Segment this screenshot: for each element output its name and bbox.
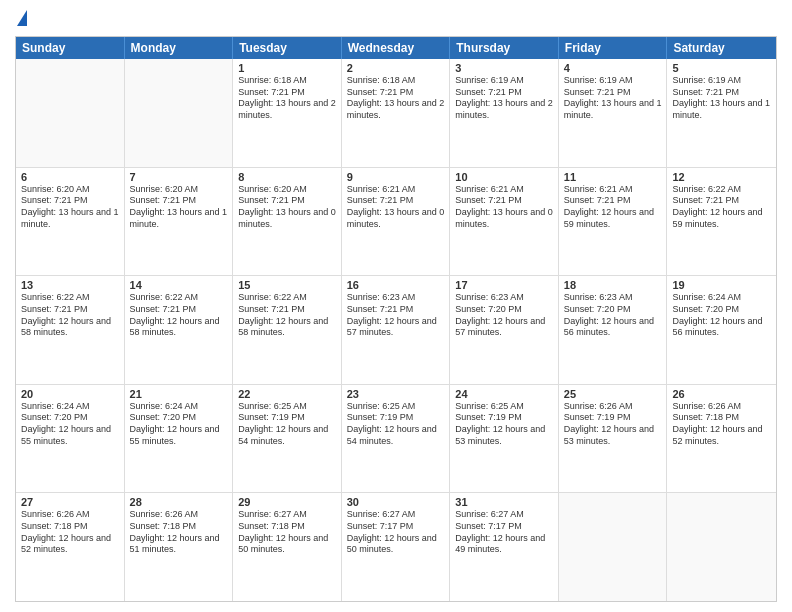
calendar-cell: 2Sunrise: 6:18 AM Sunset: 7:21 PM Daylig… (342, 59, 451, 167)
calendar-cell: 21Sunrise: 6:24 AM Sunset: 7:20 PM Dayli… (125, 385, 234, 493)
day-number: 24 (455, 388, 553, 400)
calendar-header: SundayMondayTuesdayWednesdayThursdayFrid… (16, 37, 776, 59)
day-number: 8 (238, 171, 336, 183)
day-number: 11 (564, 171, 662, 183)
day-number: 14 (130, 279, 228, 291)
cell-info: Sunrise: 6:20 AM Sunset: 7:21 PM Dayligh… (130, 184, 228, 231)
calendar-cell: 6Sunrise: 6:20 AM Sunset: 7:21 PM Daylig… (16, 168, 125, 276)
cell-info: Sunrise: 6:22 AM Sunset: 7:21 PM Dayligh… (130, 292, 228, 339)
calendar: SundayMondayTuesdayWednesdayThursdayFrid… (15, 36, 777, 602)
calendar-cell: 29Sunrise: 6:27 AM Sunset: 7:18 PM Dayli… (233, 493, 342, 601)
cell-info: Sunrise: 6:19 AM Sunset: 7:21 PM Dayligh… (564, 75, 662, 122)
cell-info: Sunrise: 6:26 AM Sunset: 7:18 PM Dayligh… (130, 509, 228, 556)
calendar-cell: 30Sunrise: 6:27 AM Sunset: 7:17 PM Dayli… (342, 493, 451, 601)
calendar-cell: 1Sunrise: 6:18 AM Sunset: 7:21 PM Daylig… (233, 59, 342, 167)
day-number: 23 (347, 388, 445, 400)
day-number: 7 (130, 171, 228, 183)
calendar-row: 13Sunrise: 6:22 AM Sunset: 7:21 PM Dayli… (16, 276, 776, 385)
day-number: 28 (130, 496, 228, 508)
cell-info: Sunrise: 6:21 AM Sunset: 7:21 PM Dayligh… (564, 184, 662, 231)
calendar-cell: 7Sunrise: 6:20 AM Sunset: 7:21 PM Daylig… (125, 168, 234, 276)
cell-info: Sunrise: 6:18 AM Sunset: 7:21 PM Dayligh… (238, 75, 336, 122)
cell-info: Sunrise: 6:22 AM Sunset: 7:21 PM Dayligh… (672, 184, 771, 231)
calendar-row: 20Sunrise: 6:24 AM Sunset: 7:20 PM Dayli… (16, 385, 776, 494)
day-number: 29 (238, 496, 336, 508)
calendar-cell: 15Sunrise: 6:22 AM Sunset: 7:21 PM Dayli… (233, 276, 342, 384)
day-number: 19 (672, 279, 771, 291)
day-number: 17 (455, 279, 553, 291)
calendar-cell: 13Sunrise: 6:22 AM Sunset: 7:21 PM Dayli… (16, 276, 125, 384)
cell-info: Sunrise: 6:26 AM Sunset: 7:19 PM Dayligh… (564, 401, 662, 448)
day-number: 2 (347, 62, 445, 74)
page: SundayMondayTuesdayWednesdayThursdayFrid… (0, 0, 792, 612)
logo-triangle-icon (17, 10, 27, 26)
day-number: 21 (130, 388, 228, 400)
calendar-cell: 18Sunrise: 6:23 AM Sunset: 7:20 PM Dayli… (559, 276, 668, 384)
cell-info: Sunrise: 6:24 AM Sunset: 7:20 PM Dayligh… (130, 401, 228, 448)
calendar-cell: 26Sunrise: 6:26 AM Sunset: 7:18 PM Dayli… (667, 385, 776, 493)
cell-info: Sunrise: 6:27 AM Sunset: 7:17 PM Dayligh… (347, 509, 445, 556)
calendar-cell: 24Sunrise: 6:25 AM Sunset: 7:19 PM Dayli… (450, 385, 559, 493)
day-number: 22 (238, 388, 336, 400)
day-number: 26 (672, 388, 771, 400)
calendar-cell: 20Sunrise: 6:24 AM Sunset: 7:20 PM Dayli… (16, 385, 125, 493)
day-number: 25 (564, 388, 662, 400)
day-number: 6 (21, 171, 119, 183)
calendar-cell: 17Sunrise: 6:23 AM Sunset: 7:20 PM Dayli… (450, 276, 559, 384)
calendar-cell: 28Sunrise: 6:26 AM Sunset: 7:18 PM Dayli… (125, 493, 234, 601)
calendar-cell: 8Sunrise: 6:20 AM Sunset: 7:21 PM Daylig… (233, 168, 342, 276)
cell-info: Sunrise: 6:25 AM Sunset: 7:19 PM Dayligh… (455, 401, 553, 448)
day-number: 15 (238, 279, 336, 291)
calendar-cell (125, 59, 234, 167)
day-number: 18 (564, 279, 662, 291)
cell-info: Sunrise: 6:24 AM Sunset: 7:20 PM Dayligh… (672, 292, 771, 339)
calendar-cell (559, 493, 668, 601)
cell-info: Sunrise: 6:27 AM Sunset: 7:17 PM Dayligh… (455, 509, 553, 556)
day-number: 5 (672, 62, 771, 74)
calendar-cell: 25Sunrise: 6:26 AM Sunset: 7:19 PM Dayli… (559, 385, 668, 493)
cell-info: Sunrise: 6:27 AM Sunset: 7:18 PM Dayligh… (238, 509, 336, 556)
calendar-header-cell: Monday (125, 37, 234, 59)
cell-info: Sunrise: 6:23 AM Sunset: 7:20 PM Dayligh… (455, 292, 553, 339)
cell-info: Sunrise: 6:20 AM Sunset: 7:21 PM Dayligh… (238, 184, 336, 231)
calendar-header-cell: Wednesday (342, 37, 451, 59)
cell-info: Sunrise: 6:23 AM Sunset: 7:21 PM Dayligh… (347, 292, 445, 339)
cell-info: Sunrise: 6:26 AM Sunset: 7:18 PM Dayligh… (672, 401, 771, 448)
cell-info: Sunrise: 6:18 AM Sunset: 7:21 PM Dayligh… (347, 75, 445, 122)
calendar-cell (16, 59, 125, 167)
cell-info: Sunrise: 6:25 AM Sunset: 7:19 PM Dayligh… (347, 401, 445, 448)
logo (15, 10, 27, 28)
calendar-cell: 3Sunrise: 6:19 AM Sunset: 7:21 PM Daylig… (450, 59, 559, 167)
calendar-cell: 14Sunrise: 6:22 AM Sunset: 7:21 PM Dayli… (125, 276, 234, 384)
calendar-cell: 16Sunrise: 6:23 AM Sunset: 7:21 PM Dayli… (342, 276, 451, 384)
cell-info: Sunrise: 6:19 AM Sunset: 7:21 PM Dayligh… (455, 75, 553, 122)
calendar-cell: 12Sunrise: 6:22 AM Sunset: 7:21 PM Dayli… (667, 168, 776, 276)
day-number: 27 (21, 496, 119, 508)
calendar-cell (667, 493, 776, 601)
day-number: 30 (347, 496, 445, 508)
cell-info: Sunrise: 6:21 AM Sunset: 7:21 PM Dayligh… (455, 184, 553, 231)
cell-info: Sunrise: 6:26 AM Sunset: 7:18 PM Dayligh… (21, 509, 119, 556)
day-number: 13 (21, 279, 119, 291)
calendar-cell: 4Sunrise: 6:19 AM Sunset: 7:21 PM Daylig… (559, 59, 668, 167)
calendar-header-cell: Tuesday (233, 37, 342, 59)
calendar-cell: 10Sunrise: 6:21 AM Sunset: 7:21 PM Dayli… (450, 168, 559, 276)
calendar-row: 27Sunrise: 6:26 AM Sunset: 7:18 PM Dayli… (16, 493, 776, 601)
calendar-cell: 22Sunrise: 6:25 AM Sunset: 7:19 PM Dayli… (233, 385, 342, 493)
calendar-header-cell: Saturday (667, 37, 776, 59)
calendar-cell: 11Sunrise: 6:21 AM Sunset: 7:21 PM Dayli… (559, 168, 668, 276)
day-number: 4 (564, 62, 662, 74)
cell-info: Sunrise: 6:20 AM Sunset: 7:21 PM Dayligh… (21, 184, 119, 231)
day-number: 9 (347, 171, 445, 183)
cell-info: Sunrise: 6:22 AM Sunset: 7:21 PM Dayligh… (238, 292, 336, 339)
calendar-header-cell: Friday (559, 37, 668, 59)
day-number: 12 (672, 171, 771, 183)
day-number: 16 (347, 279, 445, 291)
cell-info: Sunrise: 6:19 AM Sunset: 7:21 PM Dayligh… (672, 75, 771, 122)
cell-info: Sunrise: 6:21 AM Sunset: 7:21 PM Dayligh… (347, 184, 445, 231)
day-number: 20 (21, 388, 119, 400)
calendar-cell: 23Sunrise: 6:25 AM Sunset: 7:19 PM Dayli… (342, 385, 451, 493)
day-number: 31 (455, 496, 553, 508)
calendar-body: 1Sunrise: 6:18 AM Sunset: 7:21 PM Daylig… (16, 59, 776, 601)
header (15, 10, 777, 28)
